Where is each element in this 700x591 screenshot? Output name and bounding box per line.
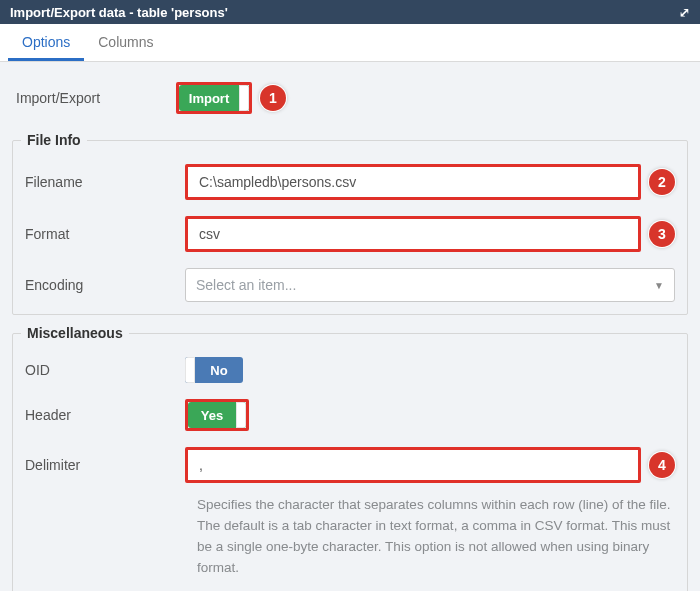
- toggle-knob: [236, 402, 246, 428]
- window-titlebar: Import/Export data - table 'persons' ⤢: [0, 0, 700, 24]
- format-value: csv: [199, 226, 220, 242]
- oid-value: No: [195, 363, 243, 378]
- label-filename: Filename: [25, 174, 185, 190]
- tab-options[interactable]: Options: [8, 24, 84, 61]
- label-header: Header: [25, 407, 185, 423]
- filename-input[interactable]: [188, 167, 638, 197]
- highlight-delimiter: ,: [185, 447, 641, 483]
- import-export-toggle[interactable]: Import: [179, 85, 249, 111]
- label-delimiter: Delimiter: [25, 457, 185, 473]
- import-export-value: Import: [179, 91, 239, 106]
- label-oid: OID: [25, 362, 185, 378]
- legend-misc: Miscellaneous: [21, 325, 129, 341]
- expand-icon[interactable]: ⤢: [679, 6, 690, 19]
- label-format: Format: [25, 226, 185, 242]
- row-format: Format csv 3: [21, 208, 679, 260]
- fieldset-file-info: File Info Filename 2 Format csv 3: [12, 132, 688, 315]
- chevron-down-icon: ▼: [654, 280, 664, 291]
- window-title: Import/Export data - table 'persons': [10, 5, 228, 20]
- header-toggle[interactable]: Yes: [188, 402, 246, 428]
- fieldset-misc: Miscellaneous OID No Header Yes: [12, 325, 688, 591]
- row-oid: OID No: [21, 349, 679, 391]
- header-value: Yes: [188, 408, 236, 423]
- row-header: Header Yes: [21, 391, 679, 439]
- toggle-knob: [239, 85, 249, 111]
- label-import-export: Import/Export: [16, 90, 176, 106]
- tabs: Options Columns: [0, 24, 700, 62]
- callout-1: 1: [260, 85, 286, 111]
- row-import-export: Import/Export Import 1: [12, 74, 688, 122]
- highlight-import-toggle: Import: [176, 82, 252, 114]
- oid-toggle[interactable]: No: [185, 357, 243, 383]
- row-filename: Filename 2: [21, 156, 679, 208]
- delimiter-value: ,: [199, 457, 203, 473]
- encoding-select[interactable]: Select an item... ▼: [185, 268, 675, 302]
- tab-columns[interactable]: Columns: [84, 24, 167, 61]
- dialog-body: Import/Export Import 1 File Info Filenam…: [0, 62, 700, 591]
- callout-2: 2: [649, 169, 675, 195]
- format-select[interactable]: csv: [188, 219, 638, 249]
- toggle-knob: [185, 357, 195, 383]
- row-encoding: Encoding Select an item... ▼: [21, 260, 679, 310]
- callout-4: 4: [649, 452, 675, 478]
- label-encoding: Encoding: [25, 277, 185, 293]
- delimiter-help: Specifies the character that separates c…: [189, 491, 679, 589]
- highlight-format: csv: [185, 216, 641, 252]
- row-delimiter: Delimiter , 4: [21, 439, 679, 491]
- highlight-filename: [185, 164, 641, 200]
- highlight-header-toggle: Yes: [185, 399, 249, 431]
- legend-file-info: File Info: [21, 132, 87, 148]
- encoding-placeholder: Select an item...: [196, 277, 296, 293]
- callout-3: 3: [649, 221, 675, 247]
- delimiter-select[interactable]: ,: [188, 450, 638, 480]
